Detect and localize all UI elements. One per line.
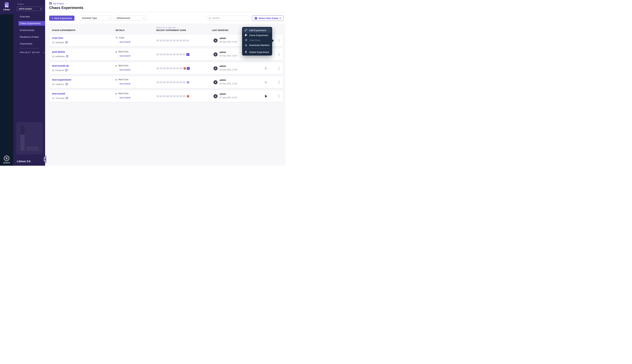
row-menu-button[interactable] <box>277 66 281 70</box>
litmus-logo-label: Litmus <box>3 8 10 11</box>
sidebar-divider <box>20 48 39 48</box>
project-selector[interactable]: admin-project <box>17 6 43 11</box>
run-empty-indicator <box>166 95 169 97</box>
recent-runs-cell: ✕ <box>157 90 190 102</box>
project-setup-label: PROJECT SETUP <box>20 52 40 54</box>
experiment-name-link[interactable]: cron-test <box>52 36 63 40</box>
schedule-type-label: Cron <box>119 36 124 39</box>
run-empty-indicator <box>170 82 172 83</box>
row-menu-button[interactable] <box>277 52 281 57</box>
experiment-id-text: ID: b455bb6e <box>52 55 65 58</box>
new-experiment-label: New Experiment <box>55 17 72 20</box>
run-empty-indicator <box>163 40 166 42</box>
menu-item-label: Download Manifest <box>249 44 270 46</box>
sidebar-item-resilience-probes[interactable]: Resilience Probes <box>18 35 45 39</box>
run-empty-indicator <box>186 40 189 42</box>
cron-icon: ↻ <box>116 36 118 39</box>
sidebar-item-chaos-experiments[interactable]: Chaos Experiments <box>18 21 45 26</box>
admin-avatar[interactable]: A <box>4 156 9 161</box>
chevron-down-icon <box>143 17 145 18</box>
menu-item-edit-experiment[interactable]: Edit Experiment <box>243 28 271 33</box>
details-cell: ↻Crontest-eventt <box>116 36 130 43</box>
copy-id-icon[interactable] <box>66 83 68 86</box>
select-time-frame-button[interactable]: Select time frame <box>252 16 284 21</box>
run-empty-indicator <box>173 68 176 69</box>
sidebar-item-overview[interactable]: Overview <box>18 14 45 19</box>
sidebar-item-label: Resilience Probes <box>20 36 39 38</box>
litmus-watermark <box>16 122 43 154</box>
run-empty-indicator <box>160 54 162 55</box>
sidebar-item-environments[interactable]: Environments <box>18 28 45 32</box>
sidebar-item-project-setup[interactable]: PROJECT SETUP <box>20 52 45 54</box>
chevron-down-icon <box>43 52 45 53</box>
recent-runs-cell <box>157 48 190 60</box>
menu-item-delete-experiment[interactable]: Delete Experiment <box>243 50 271 54</box>
modified-by: admin <box>220 65 226 68</box>
infrastructure-link[interactable]: test-eventt <box>120 41 130 43</box>
experiment-name-link[interactable]: test-eventt <box>52 92 65 95</box>
experiment-name-link[interactable]: pod-delete <box>52 50 65 53</box>
experiment-name-link[interactable]: test-eventt-ok <box>52 64 69 67</box>
chevron-right-icon <box>65 3 66 4</box>
version-label: Litmus 3.0 <box>17 160 31 163</box>
run-empty-indicator <box>170 68 172 69</box>
run-empty-indicator <box>160 68 162 69</box>
run-experiment-button[interactable] <box>265 95 267 98</box>
column-header-runs: RECENT EXPERIMENT RUNS <box>156 29 186 31</box>
infrastructure-link[interactable]: test-eventt <box>120 96 130 99</box>
run-running-badge[interactable] <box>187 67 190 70</box>
admin-label: ADMIN <box>0 162 13 164</box>
sidebar-collapse-toggle[interactable] <box>44 156 47 163</box>
breadcrumb[interactable]: My Project <box>49 2 66 5</box>
run-failed-badge[interactable]: ✕ <box>183 67 186 70</box>
copy-id-icon[interactable] <box>65 69 68 72</box>
menu-item-download-manifest[interactable]: Download Manifest <box>243 43 271 48</box>
breadcrumb-project-link[interactable]: My Project <box>53 2 64 5</box>
logo-shape <box>50 4 50 4</box>
run-paused-badge[interactable] <box>186 81 190 84</box>
run-empty-indicator <box>170 54 172 55</box>
run-empty-indicator <box>157 54 159 55</box>
logo-shape <box>51 4 51 4</box>
run-empty-indicator <box>176 54 179 55</box>
run-empty-indicator <box>157 95 159 97</box>
sidebar-item-label: Environments <box>20 29 34 32</box>
menu-pointer <box>272 39 274 42</box>
sidebar-item-chaoshubs[interactable]: ChaosHubs <box>18 42 45 46</box>
infrastructure-select[interactable]: Infrastructure <box>115 16 147 21</box>
run-empty-indicator <box>170 40 172 42</box>
row-menu-button[interactable] <box>277 94 281 98</box>
search-box <box>207 16 249 21</box>
left-rail: Litmus A ADMIN <box>0 0 13 166</box>
menu-item-clone-experiment[interactable]: Clone Experiment <box>243 33 271 38</box>
row-menu-button[interactable] <box>277 38 281 43</box>
infrastructure-link[interactable]: test-eventt <box>120 82 130 85</box>
menu-divider <box>244 48 270 49</box>
copy-id-icon[interactable] <box>66 55 68 58</box>
edit-icon <box>245 28 247 32</box>
experiment-name-link[interactable]: test-experiment <box>52 78 71 81</box>
avatar: A <box>214 38 218 42</box>
schedule-type-label: Non-Cron <box>119 64 128 67</box>
run-running-badge[interactable] <box>186 53 190 56</box>
infrastructure-link[interactable]: test-eventt <box>120 54 130 57</box>
chevron-down-icon <box>108 17 110 18</box>
new-experiment-button[interactable]: + New Experiment <box>49 16 75 21</box>
schedule-type-select[interactable]: Schedule Type <box>80 16 112 21</box>
search-input[interactable] <box>212 17 247 20</box>
copy-id-icon[interactable] <box>65 41 68 44</box>
menu-item-label: View Runs <box>249 39 261 42</box>
run-failed-badge[interactable]: ✕ <box>186 95 190 98</box>
page-title: Chaos Experiments <box>49 6 84 10</box>
copy-id-icon[interactable] <box>66 97 68 99</box>
run-empty-indicator <box>157 82 159 83</box>
run-empty-indicator <box>180 40 182 42</box>
row-menu-button[interactable] <box>277 80 281 84</box>
toolbar: + New Experiment Schedule Type Infrastru… <box>45 12 285 24</box>
sidebar-item-label: Chaos Experiments <box>20 22 41 25</box>
experiment-id-text: ID: f7e9dc44 <box>52 69 64 72</box>
litmus-logo-icon[interactable] <box>5 2 9 8</box>
non-cron-icon: ▶ <box>116 51 117 53</box>
infrastructure-link[interactable]: test-eventt <box>120 68 130 71</box>
run-empty-indicator <box>160 82 162 83</box>
